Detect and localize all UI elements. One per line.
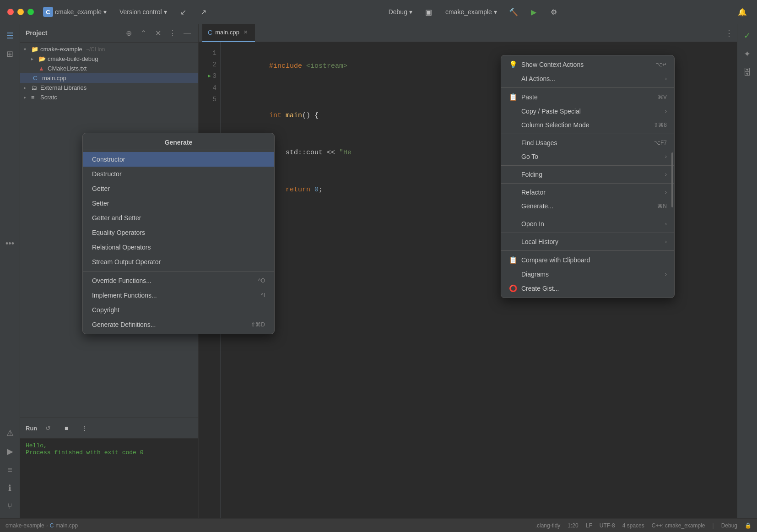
run-button[interactable]: ▶ [526, 5, 541, 19]
gen-implement[interactable]: Implement Functions... ^I [83, 288, 274, 303]
ctx-paste[interactable]: 📋 Paste ⌘V [501, 90, 674, 104]
gen-equality[interactable]: Equality Operators [83, 225, 274, 240]
run-project-btn[interactable]: cmake_example ▾ [442, 6, 501, 17]
line-ending-label: LF [586, 522, 592, 529]
tree-external-libs[interactable]: ▸ 🗂 External Libraries [20, 83, 198, 92]
tree-scratches[interactable]: ▸ ≡ Scratc [20, 92, 198, 102]
ctx-local-history[interactable]: Local History › [501, 235, 674, 249]
ctx-generate[interactable]: Generate... ⌘N [501, 199, 674, 213]
right-db-icon[interactable]: 🗄 [739, 64, 756, 81]
tree-cmake-file[interactable]: ▲ CMakeLists.txt [20, 64, 198, 73]
cmake-file-icon: ▲ [38, 65, 46, 72]
run-panel: Run ↺ ■ ⋮ Hello, Process finished with e… [20, 418, 198, 518]
ctx-find-usages[interactable]: Find Usages ⌥F7 [501, 136, 674, 150]
run-panel-more-icon[interactable]: ⋮ [77, 421, 92, 435]
sidebar-item-terminal[interactable]: ≡ [2, 461, 18, 478]
profile-icon[interactable]: ⚙ [546, 5, 561, 19]
status-language[interactable]: C++: cmake_example [652, 522, 705, 529]
project-switcher[interactable]: C cmake_example ▾ [39, 5, 110, 19]
left-sidebar: ☰ ⊞ ••• ⚠ ▶ ≡ ℹ ⑂ [0, 24, 20, 518]
ctx-create-gist[interactable]: ⭕ Create Gist... [501, 281, 674, 296]
collapse-icon[interactable]: ⌃ [138, 27, 149, 38]
ctx-sep-4 [501, 183, 674, 184]
line-num-1: 1 [202, 48, 216, 59]
gen-relational[interactable]: Relational Operators [83, 240, 274, 255]
minimize-button[interactable] [17, 9, 24, 15]
panel-minimize-icon[interactable]: — [182, 27, 193, 38]
main-fn: main [286, 112, 302, 119]
notifications-icon[interactable]: 🔔 [735, 5, 750, 19]
ctx-diagrams[interactable]: Diagrams › [501, 267, 674, 281]
ctx-goto-arrow-icon: › [665, 153, 667, 160]
ctx-goto[interactable]: Go To › [501, 150, 674, 163]
sidebar-item-plugins[interactable]: ⊞ [2, 46, 18, 62]
tab-close-button[interactable]: ✕ [242, 29, 249, 36]
chevron-down-icon: ▾ [24, 47, 29, 52]
gen-constructor[interactable]: Constructor [83, 152, 274, 167]
version-control-menu[interactable]: Version control ▾ [116, 6, 171, 17]
sidebar-item-project[interactable]: ☰ [2, 27, 18, 44]
gen-definitions-label: Generate Definitions... [92, 321, 156, 328]
gen-getter-setter[interactable]: Getter and Setter [83, 211, 274, 225]
ctx-ai-label: AI Actions... [521, 75, 661, 82]
ctx-refactor[interactable]: Refactor › [501, 185, 674, 199]
language-label: C++: cmake_example [652, 522, 705, 529]
status-encoding[interactable]: UTF-8 [600, 522, 615, 529]
debug-config[interactable]: Debug ▾ [385, 6, 416, 17]
exit-fullscreen-icon[interactable]: ↗ [196, 5, 211, 19]
sidebar-item-run[interactable]: ▶ [2, 443, 18, 460]
ctx-folding[interactable]: Folding › [501, 168, 674, 181]
ctx-show-context-actions[interactable]: 💡 Show Context Actions ⌥↵ [501, 57, 674, 72]
run-stop-icon[interactable]: ■ [59, 421, 74, 435]
tab-main-cpp[interactable]: C main.cpp ✕ [202, 24, 255, 42]
scratches-icon: ≡ [31, 94, 38, 101]
ctx-compare-clipboard[interactable]: 📋 Compare with Clipboard [501, 253, 674, 267]
build-icon[interactable]: 🔨 [506, 5, 521, 19]
gen-override[interactable]: Override Functions... ^O [83, 273, 274, 288]
run-config-icon[interactable]: ▣ [422, 5, 436, 19]
position-label: 1:20 [568, 522, 578, 529]
cmake-filename: CMakeLists.txt [48, 65, 87, 72]
context-menu: 💡 Show Context Actions ⌥↵ AI Actions... … [501, 55, 675, 298]
maximize-button[interactable] [27, 9, 34, 15]
gen-getter[interactable]: Getter [83, 181, 274, 196]
status-indent[interactable]: 4 spaces [622, 522, 644, 529]
status-position[interactable]: 1:20 [568, 522, 578, 529]
run-project-chevron-icon: ▾ [494, 8, 497, 16]
tree-build-folder[interactable]: ▸ 📂 cmake-build-debug [20, 54, 198, 64]
status-mode[interactable]: Debug [721, 522, 737, 529]
gen-definitions[interactable]: Generate Definitions... ⇧⌘D [83, 317, 274, 332]
right-checkmark-icon[interactable]: ✓ [739, 27, 756, 44]
sidebar-item-problems[interactable]: ℹ [2, 480, 18, 496]
root-path: ~/CLion [86, 46, 105, 53]
ctx-open-in[interactable]: Open In › [501, 217, 674, 231]
gen-equality-label: Equality Operators [92, 229, 145, 236]
ctx-show-context-shortcut: ⌥↵ [656, 61, 667, 68]
status-lint[interactable]: .clang-tidy [535, 522, 561, 529]
ctx-copy-paste-special[interactable]: Copy / Paste Special › [501, 104, 674, 118]
tab-more-icon[interactable]: ⋮ [725, 28, 733, 38]
close-panel-icon[interactable]: ✕ [152, 27, 163, 38]
gen-destructor[interactable]: Destructor [83, 167, 274, 181]
gen-setter[interactable]: Setter [83, 196, 274, 211]
run-restart-icon[interactable]: ↺ [41, 421, 55, 435]
gen-copyright[interactable]: Copyright [83, 303, 274, 317]
ctx-open-in-label: Open In [521, 220, 661, 228]
ctx-column-selection[interactable]: Column Selection Mode ⇧⌘8 [501, 118, 674, 132]
tree-root[interactable]: ▾ 📁 cmake-example ~/CLion [20, 44, 198, 54]
chevron-right-icon: ▸ [31, 56, 37, 61]
sidebar-item-warnings[interactable]: ⚠ [2, 425, 18, 441]
close-button[interactable] [7, 9, 14, 15]
right-sparkle-icon[interactable]: ✦ [739, 46, 756, 62]
ctx-generate-label: Generate... [521, 202, 654, 210]
traffic-lights [7, 9, 34, 15]
sidebar-item-git[interactable]: ⑂ [2, 498, 18, 515]
enter-fullscreen-icon[interactable]: ↙ [176, 5, 191, 19]
sidebar-item-more[interactable]: ••• [2, 235, 18, 252]
add-icon[interactable]: ⊕ [123, 27, 134, 38]
tree-main-file[interactable]: C main.cpp [20, 73, 198, 83]
gen-stream[interactable]: Stream Output Operator [83, 255, 274, 269]
panel-options-icon[interactable]: ⋮ [167, 27, 178, 38]
ctx-ai-actions[interactable]: AI Actions... › [501, 72, 674, 86]
status-line-ending[interactable]: LF [586, 522, 592, 529]
